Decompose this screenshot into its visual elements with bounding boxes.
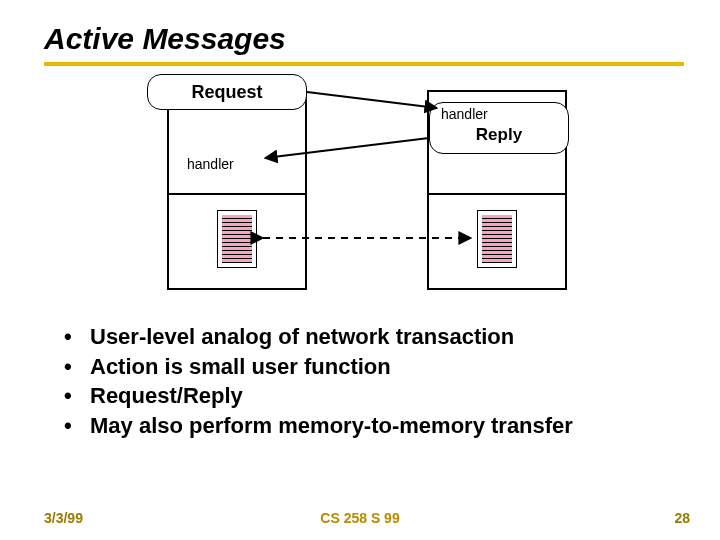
bullet-item: May also perform memory-to-memory transf… <box>64 411 690 441</box>
slide-title: Active Messages <box>44 22 690 56</box>
handler-label-right: handler <box>441 106 488 122</box>
memory-left-icon <box>217 210 257 268</box>
title-underline <box>44 62 684 66</box>
handler-label-left: handler <box>187 156 234 172</box>
footer: 3/3/99 CS 258 S 99 28 <box>0 510 720 526</box>
request-label: Request <box>191 82 262 102</box>
bullet-list: User-level analog of network transaction… <box>64 322 690 441</box>
slide: Active Messages Reply handler Request ha… <box>0 0 720 540</box>
svg-line-0 <box>307 92 437 108</box>
diagram: Reply handler Request handler <box>137 90 597 300</box>
memory-right-icon <box>477 210 517 268</box>
request-box: Request <box>147 74 307 110</box>
footer-page: 28 <box>674 510 690 526</box>
bullet-item: Request/Reply <box>64 381 690 411</box>
footer-course: CS 258 S 99 <box>320 510 399 526</box>
footer-date: 3/3/99 <box>44 510 83 526</box>
bullet-item: Action is small user function <box>64 352 690 382</box>
reply-label: Reply <box>476 125 522 144</box>
bullet-item: User-level analog of network transaction <box>64 322 690 352</box>
